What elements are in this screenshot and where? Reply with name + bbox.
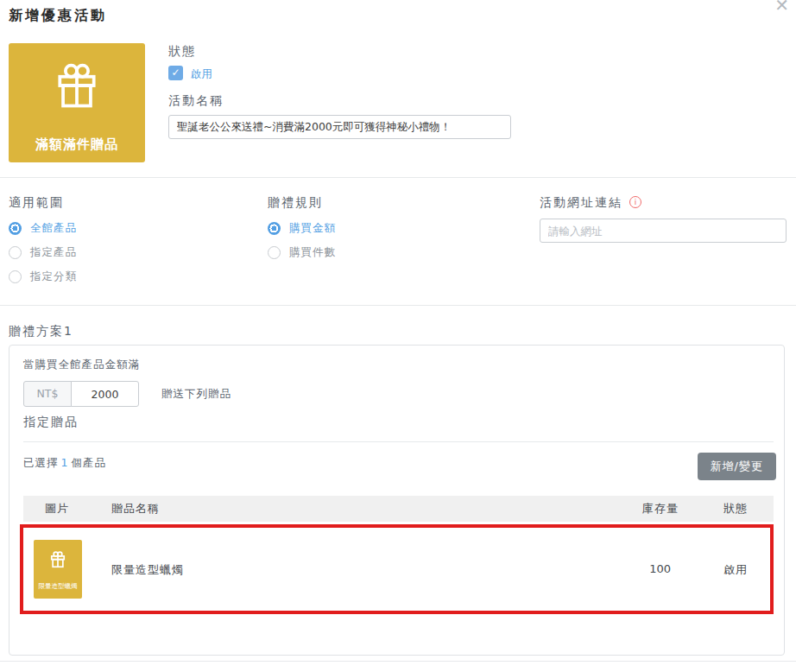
- add-promotion-modal: ✕ 新增優惠活動 滿額滿件贈品 狀態 ✓ 啟用 活動名稱 適用範圍 全館產品 指: [0, 0, 796, 672]
- currency-prefix: NT$: [23, 381, 72, 407]
- scope-section: 適用範圍 全館產品 指定產品 指定分類: [9, 195, 259, 211]
- selected-prefix: 已選擇: [23, 456, 59, 469]
- gift-status-cell: 啟用: [723, 562, 748, 578]
- selected-count-line: 已選擇1個產品: [23, 456, 106, 471]
- radio-label: 全館產品: [30, 221, 77, 236]
- add-change-button[interactable]: 新增/變更: [698, 453, 776, 480]
- condition-label: 當購買全館產品金額滿: [23, 358, 140, 372]
- radio-purchase-quantity[interactable]: 購買件數: [268, 245, 336, 260]
- divider: [23, 441, 774, 442]
- scope-title: 適用範圍: [9, 195, 259, 211]
- activity-url-section: 活動網址連結i: [540, 195, 790, 211]
- promo-type-card: 滿額滿件贈品: [9, 43, 145, 162]
- activity-name-label: 活動名稱: [168, 93, 224, 109]
- divider: [0, 177, 796, 178]
- gift-icon: [51, 60, 103, 112]
- radio-all-products[interactable]: 全館產品: [9, 221, 77, 236]
- radio-specific-products[interactable]: 指定產品: [9, 245, 77, 260]
- activity-url-title: 活動網址連結i: [540, 195, 790, 211]
- radio-label: 購買金額: [289, 221, 336, 236]
- radio-label: 指定產品: [30, 245, 77, 260]
- selected-suffix: 個產品: [71, 456, 106, 469]
- product-image-label: 限量造型蠟燭: [34, 582, 82, 591]
- divider: [0, 661, 796, 662]
- radio-unselected-icon: [9, 246, 22, 259]
- column-header-image: 圖片: [45, 496, 69, 522]
- radio-label: 購買件數: [289, 245, 336, 260]
- divider: [0, 305, 796, 306]
- activity-name-input[interactable]: [168, 115, 511, 139]
- close-icon[interactable]: ✕: [774, 0, 789, 14]
- gift-icon: [48, 550, 67, 569]
- column-header-stock: 庫存量: [642, 496, 679, 522]
- status-label: 狀態: [168, 44, 196, 60]
- gift-rule-title: 贈禮規則: [268, 195, 518, 211]
- info-icon[interactable]: i: [629, 196, 641, 208]
- radio-specific-categories[interactable]: 指定分類: [9, 269, 77, 284]
- page-title: 新增優惠活動: [9, 7, 107, 25]
- gift-plan-card: 當購買全館產品金額滿 NT$ 贈送下列贈品 指定贈品 已選擇1個產品 新增/變更…: [9, 345, 785, 656]
- status-checkbox[interactable]: ✓: [168, 66, 183, 80]
- radio-purchase-amount[interactable]: 購買金額: [268, 221, 336, 236]
- gift-rule-section: 贈禮規則 購買金額 購買件數: [268, 195, 518, 211]
- column-header-name: 贈品名稱: [111, 496, 160, 522]
- gift-stock-cell: 100: [628, 562, 671, 575]
- gift-table-header: 圖片 贈品名稱 庫存量 狀態: [23, 496, 774, 522]
- gift-plan-title: 贈禮方案1: [9, 324, 73, 339]
- radio-selected-icon: [9, 222, 22, 235]
- column-header-status: 狀態: [723, 496, 748, 522]
- status-checkbox-label[interactable]: 啟用: [191, 67, 212, 82]
- amount-input[interactable]: [71, 381, 139, 407]
- activity-url-input[interactable]: [540, 219, 787, 243]
- promo-type-label: 滿額滿件贈品: [9, 136, 145, 153]
- gift-name-cell: 限量造型蠟燭: [111, 562, 184, 578]
- radio-unselected-icon: [268, 246, 281, 259]
- radio-label: 指定分類: [30, 269, 77, 284]
- selected-count: 1: [59, 456, 72, 469]
- radio-unselected-icon: [9, 270, 22, 283]
- activity-url-title-text: 活動網址連結: [540, 195, 622, 209]
- product-image: 限量造型蠟燭: [34, 540, 82, 599]
- radio-selected-icon: [268, 222, 281, 235]
- condition-suffix: 贈送下列贈品: [161, 387, 231, 402]
- highlighted-gift-row: 限量造型蠟燭 限量造型蠟燭 100 啟用: [20, 524, 774, 614]
- gift-section-title: 指定贈品: [23, 415, 79, 430]
